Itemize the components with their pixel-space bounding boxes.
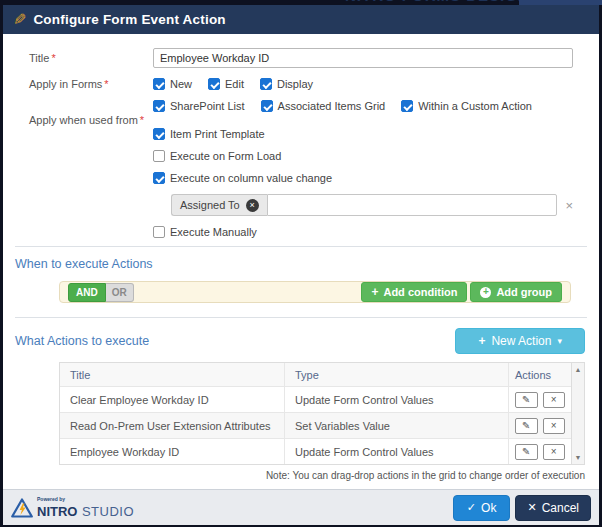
close-icon: ✕ bbox=[527, 502, 536, 513]
row-actions: ✎ × bbox=[509, 413, 571, 438]
table-header-row: Title Type Actions bbox=[60, 363, 571, 386]
section-divider bbox=[15, 317, 587, 318]
cancel-button[interactable]: ✕ Cancel bbox=[515, 495, 591, 521]
title-input[interactable] bbox=[153, 48, 573, 68]
section-divider bbox=[15, 246, 587, 247]
nitro-studio-logo: Powered by NITRO STUDIO bbox=[11, 497, 134, 519]
checkbox-icon bbox=[153, 100, 165, 112]
row-type: Update Form Control Values bbox=[285, 439, 509, 464]
close-icon: × bbox=[551, 421, 557, 431]
column-chip-row: Assigned To × × bbox=[171, 194, 573, 216]
checkbox-within-custom-action[interactable]: Within a Custom Action bbox=[401, 100, 532, 112]
column-value-input[interactable] bbox=[267, 194, 558, 216]
checkbox-label: Associated Items Grid bbox=[278, 100, 386, 112]
table-row[interactable]: Employee Workday ID Update Form Control … bbox=[60, 438, 571, 464]
row-actions: ✎ × bbox=[509, 439, 571, 464]
and-button[interactable]: AND bbox=[68, 283, 106, 302]
brand-name: NITRO bbox=[37, 504, 77, 519]
chip-remove-icon[interactable]: × bbox=[246, 199, 259, 212]
close-icon: × bbox=[551, 395, 557, 405]
checkbox-execute-on-column-change[interactable]: Execute on column value change bbox=[153, 172, 573, 184]
checkbox-sharepoint-list[interactable]: SharePoint List bbox=[153, 100, 245, 112]
checkbox-icon bbox=[208, 78, 220, 90]
table-row[interactable]: Clear Employee Workday ID Update Form Co… bbox=[60, 386, 571, 412]
actions-table-wrap: Title Type Actions Clear Employee Workda… bbox=[59, 362, 585, 465]
required-asterisk: * bbox=[51, 52, 55, 64]
apply-in-forms-label-text: Apply in Forms bbox=[29, 78, 102, 90]
edit-action-button[interactable]: ✎ bbox=[515, 392, 538, 408]
ok-label: Ok bbox=[481, 501, 496, 515]
row-title: Employee Workday ID bbox=[60, 439, 285, 464]
dialog-header: ✎ Configure Form Event Action bbox=[3, 5, 599, 34]
ok-button[interactable]: ✓ Ok bbox=[453, 495, 511, 521]
condition-buttons: + Add condition + Add group bbox=[361, 282, 562, 302]
drag-drop-note: Note: You can drag-drop actions in the g… bbox=[15, 470, 585, 481]
checkbox-label: Within a Custom Action bbox=[418, 100, 532, 112]
column-header-type: Type bbox=[285, 363, 509, 386]
pencil-icon: ✎ bbox=[522, 447, 530, 457]
title-label: Title* bbox=[29, 52, 153, 64]
title-row: Title* bbox=[29, 48, 573, 68]
checkbox-icon bbox=[153, 226, 165, 238]
checkbox-label: Execute on column value change bbox=[170, 172, 332, 184]
checkbox-associated-items-grid[interactable]: Associated Items Grid bbox=[261, 100, 386, 112]
checkbox-label: Execute on Form Load bbox=[170, 150, 281, 162]
chevron-down-icon: ▾ bbox=[557, 336, 562, 346]
row-type: Update Form Control Values bbox=[285, 387, 509, 412]
and-or-toggle: AND OR bbox=[68, 283, 134, 302]
row-actions: ✎ × bbox=[509, 387, 571, 412]
add-condition-button[interactable]: + Add condition bbox=[361, 282, 467, 302]
dialog-title: Configure Form Event Action bbox=[33, 12, 225, 27]
checkbox-label: Edit bbox=[225, 78, 244, 90]
checkbox-edit[interactable]: Edit bbox=[208, 78, 244, 90]
table-row[interactable]: Read On-Prem User Extension Attributes S… bbox=[60, 412, 571, 438]
chip-label: Assigned To bbox=[180, 199, 240, 211]
row-title: Clear Employee Workday ID bbox=[60, 387, 285, 412]
delete-action-button[interactable]: × bbox=[543, 418, 566, 434]
column-header-actions: Actions bbox=[509, 363, 571, 386]
column-header-title: Title bbox=[60, 363, 285, 386]
edit-action-button[interactable]: ✎ bbox=[515, 444, 538, 460]
pencil-icon: ✎ bbox=[13, 12, 26, 28]
checkbox-new[interactable]: New bbox=[153, 78, 192, 90]
apply-when-used-from-label: Apply when used from* bbox=[29, 114, 153, 126]
add-group-label: Add group bbox=[496, 286, 552, 298]
selected-column-chip: Assigned To × bbox=[171, 194, 267, 216]
required-asterisk: * bbox=[104, 78, 108, 90]
dialog-body: Title* Apply in Forms* New Edit Display … bbox=[3, 34, 599, 489]
checkbox-label: Item Print Template bbox=[170, 128, 265, 140]
check-icon: ✓ bbox=[467, 502, 476, 513]
execute-on-form-load-row: Execute on Form Load bbox=[153, 150, 573, 162]
apply-in-forms-label: Apply in Forms* bbox=[29, 78, 153, 90]
delete-action-button[interactable]: × bbox=[543, 444, 566, 460]
checkbox-icon bbox=[153, 78, 165, 90]
or-button[interactable]: OR bbox=[106, 283, 134, 302]
new-action-label: New Action bbox=[491, 334, 551, 348]
edit-action-button[interactable]: ✎ bbox=[515, 418, 538, 434]
apply-when-used-from-label-text: Apply when used from bbox=[29, 114, 138, 126]
checkbox-item-print-template[interactable]: Item Print Template bbox=[153, 128, 265, 140]
actions-table: Title Type Actions Clear Employee Workda… bbox=[59, 362, 572, 465]
plus-icon: + bbox=[478, 335, 485, 347]
new-action-button[interactable]: + New Action ▾ bbox=[455, 328, 585, 354]
apply-in-forms-group: New Edit Display bbox=[153, 78, 313, 90]
add-group-button[interactable]: + Add group bbox=[470, 282, 562, 302]
apply-in-forms-row: Apply in Forms* New Edit Display bbox=[29, 78, 573, 90]
nitro-triangle-icon bbox=[11, 498, 33, 518]
clear-field-icon[interactable]: × bbox=[565, 198, 573, 213]
checkbox-execute-manually[interactable]: Execute Manually bbox=[153, 226, 573, 238]
execute-on-column-change-row: Execute on column value change bbox=[153, 172, 573, 184]
dialog-footer: Powered by NITRO STUDIO ✓ Ok ✕ Cancel bbox=[3, 489, 599, 525]
scroll-down-icon[interactable]: ▼ bbox=[575, 454, 582, 461]
checkbox-execute-on-form-load[interactable]: Execute on Form Load bbox=[153, 150, 573, 162]
scroll-up-icon[interactable]: ▲ bbox=[575, 366, 582, 373]
when-to-execute-heading: When to execute Actions bbox=[15, 257, 587, 271]
delete-action-button[interactable]: × bbox=[543, 392, 566, 408]
execute-manually-row: Execute Manually bbox=[153, 226, 573, 238]
table-scrollbar[interactable]: ▲ ▼ bbox=[572, 362, 585, 465]
checkbox-display[interactable]: Display bbox=[260, 78, 313, 90]
plus-icon: + bbox=[371, 286, 378, 298]
row-type: Set Variables Value bbox=[285, 413, 509, 438]
powered-by-text: Powered by bbox=[37, 497, 134, 502]
pencil-icon: ✎ bbox=[522, 421, 530, 431]
